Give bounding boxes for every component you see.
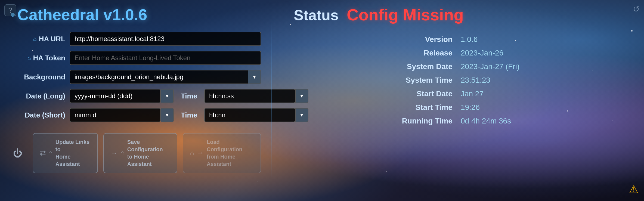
left-panel: Catheedral v1.0.6 ⌂ HA URL ⌂ HA Token — [0, 0, 272, 201]
background-input[interactable] — [70, 70, 248, 84]
chevron-down-icon-2: ▼ — [165, 93, 170, 99]
arrows-lr-icon: ⇄ — [40, 149, 46, 158]
system-time-key: System Time — [294, 76, 453, 85]
date-long-dropdown-button[interactable]: ▼ — [161, 89, 174, 103]
start-time-val: 19:26 — [461, 103, 628, 112]
background-dropdown-button[interactable]: ▼ — [248, 70, 261, 84]
date-long-label: Date (Long) — [11, 92, 65, 100]
system-date-key: System Date — [294, 62, 453, 71]
release-key: Release — [294, 49, 453, 57]
running-time-key: Running Time — [294, 117, 453, 125]
power-button[interactable]: ⏻ — [11, 146, 24, 161]
main-layout: Catheedral v1.0.6 ⌂ HA URL ⌂ HA Token — [0, 0, 644, 201]
start-date-key: Start Date — [294, 89, 453, 98]
load-config-label: Load Configurationfrom Home Assistant — [207, 138, 254, 168]
load-config-button[interactable]: ⌂ → Load Configurationfrom Home Assistan… — [183, 133, 261, 173]
save-config-label: Save Configurationto Home Assistant — [127, 138, 171, 168]
action-buttons: ⏻ ⇄ ⌂ Update Links toHome Assistant → ⌂ … — [11, 133, 261, 173]
background-row: Background ▼ — [11, 70, 261, 84]
date-long-row: Date (Long) ▼ Time ▼ — [11, 89, 261, 103]
date-short-label: Date (Short) — [11, 111, 65, 119]
date-short-dropdown-button[interactable]: ▼ — [161, 108, 174, 122]
chevron-down-icon-5: ▼ — [299, 112, 304, 118]
app-title: Catheedral v1.0.6 — [11, 5, 261, 24]
time-label-1: Time — [178, 92, 200, 100]
refresh-button[interactable]: ↺ — [633, 4, 640, 14]
start-date-val: Jan 27 — [461, 89, 628, 98]
power-icon: ⏻ — [13, 148, 22, 158]
version-val: 1.0.6 — [461, 35, 628, 44]
ha-home-icon-3: ⌂ — [190, 149, 194, 158]
ha-token-row: ⌂ HA Token — [11, 51, 261, 65]
time-long-dropdown-button[interactable]: ▼ — [295, 89, 308, 103]
status-label: Status — [294, 7, 339, 23]
update-links-label: Update Links toHome Assistant — [55, 138, 91, 168]
ha-token-label: ⌂ HA Token — [11, 54, 65, 62]
time-label-2: Time — [178, 111, 200, 119]
date-long-input-group: ▼ — [70, 89, 174, 103]
help-button[interactable]: ? — [4, 4, 16, 16]
ha-home-icon-2: ⌂ — [120, 149, 125, 158]
right-panel: Status Config Missing Version 1.0.6 Rele… — [272, 0, 644, 201]
update-links-button[interactable]: ⇄ ⌂ Update Links toHome Assistant — [33, 133, 98, 173]
time-long-input-group: ▼ — [204, 89, 308, 103]
chevron-down-icon: ▼ — [252, 74, 257, 80]
ha-url-input[interactable] — [70, 32, 261, 46]
time-short-input[interactable] — [204, 108, 295, 122]
save-config-button[interactable]: → ⌂ Save Configurationto Home Assistant — [103, 133, 177, 173]
start-time-key: Start Time — [294, 103, 453, 112]
status-header: Status Config Missing — [294, 5, 628, 24]
time-short-input-group: ▼ — [204, 108, 308, 122]
time-short-dropdown-button[interactable]: ▼ — [295, 108, 308, 122]
app-title-text: Catheedral v1.0.6 — [17, 5, 147, 24]
date-short-input-group: ▼ — [70, 108, 174, 122]
system-date-val: 2023-Jan-27 (Fri) — [461, 62, 628, 71]
arrow-right-icon-2: → — [197, 149, 204, 158]
ha-url-icon: ⌂ — [33, 35, 36, 42]
chevron-down-icon-4: ▼ — [165, 112, 170, 118]
running-time-val: 0d 4h 24m 36s — [461, 117, 628, 125]
warning-icon: ⚠ — [629, 183, 639, 196]
arrow-right-icon-1: → — [110, 149, 117, 158]
ha-token-icon: ⌂ — [27, 54, 31, 61]
ha-url-row: ⌂ HA URL — [11, 32, 261, 46]
date-short-row: Date (Short) ▼ Time ▼ — [11, 108, 261, 122]
chevron-down-icon-3: ▼ — [299, 93, 304, 99]
background-input-group: ▼ — [70, 70, 261, 84]
status-value: Config Missing — [347, 5, 464, 24]
ha-token-input[interactable] — [70, 51, 261, 65]
time-long-input[interactable] — [204, 89, 295, 103]
version-key: Version — [294, 35, 453, 44]
info-grid: Version 1.0.6 Release 2023-Jan-26 System… — [294, 35, 628, 125]
form-section: ⌂ HA URL ⌂ HA Token Background — [11, 32, 261, 122]
release-val: 2023-Jan-26 — [461, 49, 628, 57]
ha-home-icon-1: ⌂ — [48, 149, 53, 158]
date-long-input[interactable] — [70, 89, 161, 103]
date-short-input[interactable] — [70, 108, 161, 122]
system-time-val: 23:51:23 — [461, 76, 628, 85]
background-label: Background — [11, 73, 65, 81]
ha-url-label: ⌂ HA URL — [11, 35, 65, 43]
